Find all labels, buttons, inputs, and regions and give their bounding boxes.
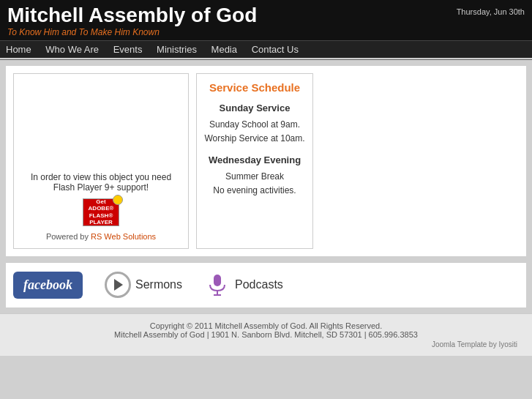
service-schedule-panel: Service Schedule Sunday Service Sunday S… (196, 73, 313, 249)
navigation: Home Who We Are Events Ministries Media … (0, 40, 532, 58)
nav-events[interactable]: Events (113, 44, 143, 55)
podcasts-icon (204, 272, 231, 298)
play-icon (114, 279, 123, 291)
rs-web-solutions-link[interactable]: RS Web Solutions (91, 232, 156, 241)
facebook-label[interactable]: facebook (13, 272, 83, 299)
address-text: Mitchell Assembly of God | 1901 N. Sanbo… (7, 330, 525, 339)
wednesday-text: Summer BreakNo evening activities. (204, 170, 305, 198)
flash-icon-badge (113, 195, 123, 205)
service-schedule-title: Service Schedule (204, 81, 305, 94)
flash-get-row: Get ADOBE®FLASH® PLAYER (83, 198, 119, 228)
sermons-link[interactable]: Sermons (105, 272, 182, 298)
flash-message: In order to view this object you need Fl… (21, 172, 181, 193)
sermons-icon (105, 272, 131, 298)
tagline: To Know Him and To Make Him Known (7, 27, 525, 37)
nav-divider (0, 59, 532, 60)
nav-home[interactable]: Home (6, 44, 31, 55)
flash-panel: In order to view this object you need Fl… (13, 73, 189, 249)
wednesday-heading: Wednesday Evening (204, 154, 305, 165)
svg-rect-0 (214, 275, 221, 286)
icons-row: facebook Sermons Podcasts (6, 262, 526, 307)
sermons-label: Sermons (135, 278, 182, 291)
podcasts-label: Podcasts (235, 278, 283, 291)
sunday-service-text: Sunday School at 9am.Worship Service at … (204, 118, 305, 146)
footer: Copyright © 2011 Mitchell Assembly of Go… (0, 313, 532, 356)
podcasts-link[interactable]: Podcasts (204, 272, 283, 298)
site-title: Mitchell Assembly of God (7, 4, 525, 27)
nav-who-we-are[interactable]: Who We Are (45, 44, 99, 55)
header: Thursday, Jun 30th Mitchell Assembly of … (0, 0, 532, 40)
nav-media[interactable]: Media (211, 44, 237, 55)
facebook-button[interactable]: facebook (13, 272, 83, 299)
date-display: Thursday, Jun 30th (457, 7, 525, 16)
nav-ministries[interactable]: Ministries (157, 44, 197, 55)
main-content: In order to view this object you need Fl… (6, 66, 526, 256)
joomla-credit: Joomla Template by Iyositi (7, 340, 525, 348)
sunday-service-heading: Sunday Service (204, 102, 305, 113)
flash-icon: Get ADOBE®FLASH® PLAYER (83, 198, 119, 226)
copyright-text: Copyright © 2011 Mitchell Assembly of Go… (7, 321, 525, 330)
powered-by: Powered by RS Web Solutions (46, 232, 156, 241)
nav-contact-us[interactable]: Contact Us (252, 44, 299, 55)
